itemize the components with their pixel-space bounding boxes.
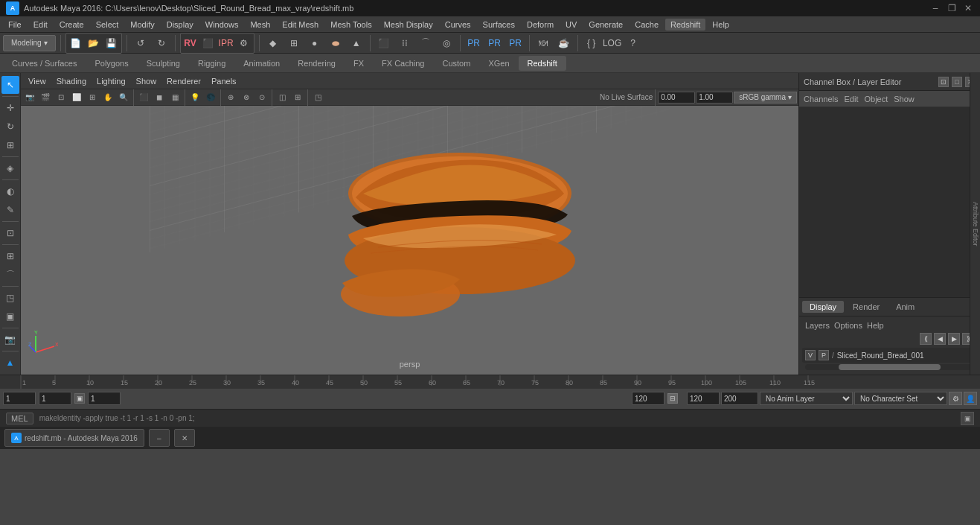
isolate-btn[interactable]: ◳	[1, 289, 19, 307]
poly-icon[interactable]: ◆	[264, 34, 282, 52]
tab-fx[interactable]: FX	[345, 56, 373, 71]
tab-fx-caching[interactable]: FX Caching	[373, 56, 433, 71]
restore-button[interactable]: ❐	[946, 2, 958, 14]
menu-curves[interactable]: Curves	[440, 19, 476, 31]
render-region-btn[interactable]: ▣	[1, 308, 19, 325]
char-set-select[interactable]: No Character Set	[854, 392, 947, 405]
tab-sculpting[interactable]: Sculpting	[138, 56, 189, 71]
minimize-button[interactable]: –	[929, 2, 941, 14]
render-tab[interactable]: Render	[845, 301, 887, 313]
pr-icon1[interactable]: PR	[465, 34, 483, 52]
close-button[interactable]: ✕	[962, 2, 974, 14]
scale-tool-btn[interactable]: ⊞	[1, 136, 19, 154]
render-all-icon[interactable]: ⬛	[199, 34, 217, 52]
layer-v-btn[interactable]: V	[805, 350, 816, 360]
frame-current-input[interactable]	[39, 392, 71, 405]
rotate-tool-btn[interactable]: ↻	[1, 118, 19, 136]
channels-label[interactable]: Channels	[804, 95, 838, 104]
vp-isolate2-icon[interactable]: ◳	[310, 91, 325, 104]
attribute-editor-label[interactable]: Attribute Editor	[970, 73, 980, 375]
color-profile-btn[interactable]: sRGB gamma ▾	[734, 92, 797, 104]
vp-pan-icon[interactable]: ✋	[100, 91, 115, 104]
vp-panels-menu[interactable]: Panels	[207, 75, 241, 87]
ipr-icon[interactable]: IPR	[217, 34, 235, 52]
taskbar-minimize-btn[interactable]: –	[149, 429, 170, 447]
taskbar-close-btn[interactable]: ✕	[174, 429, 195, 447]
workflow-dropdown-btn[interactable]: Modeling ▾	[3, 35, 56, 51]
snap-curve-btn[interactable]: ⌒	[1, 266, 19, 284]
float-btn[interactable]: ⊡	[938, 77, 949, 87]
cube-icon[interactable]: ⬛	[375, 34, 393, 52]
show-label[interactable]: Show	[894, 95, 915, 104]
render-settings-icon[interactable]: ⚙	[235, 34, 253, 52]
layers-btn[interactable]: Layers	[805, 321, 830, 330]
camera-btn[interactable]: 📷	[1, 331, 19, 349]
grid-icon[interactable]: ⊞	[285, 34, 303, 52]
save-file-icon[interactable]: 💾	[103, 34, 121, 52]
menu-modify[interactable]: Modify	[125, 19, 159, 31]
range-end-input[interactable]	[687, 392, 720, 405]
vp-joint-icon[interactable]: ⊗	[239, 91, 254, 104]
menu-display[interactable]: Display	[161, 19, 199, 31]
vp-shading-menu[interactable]: Shading	[52, 75, 91, 87]
menu-create[interactable]: Create	[54, 19, 89, 31]
channel-area[interactable]	[799, 107, 980, 297]
pr-icon3[interactable]: PR	[507, 34, 525, 52]
multi-icon[interactable]: ⁞⁞	[396, 34, 414, 52]
menu-deform[interactable]: Deform	[522, 19, 559, 31]
status-icon[interactable]: ▣	[961, 412, 974, 425]
tab-polygons[interactable]: Polygons	[86, 56, 137, 71]
vp-film-icon[interactable]: 🎬	[38, 91, 53, 104]
anim-layer-select[interactable]: No Anim Layer	[760, 392, 853, 405]
vp-hud-icon[interactable]: ◫	[275, 91, 289, 104]
snap-grid-btn[interactable]: ⊞	[1, 247, 19, 265]
menu-surfaces[interactable]: Surfaces	[478, 19, 520, 31]
log-icon[interactable]: LOG	[603, 34, 621, 52]
vp-handle-icon[interactable]: ⊙	[254, 91, 269, 104]
menu-mesh-display[interactable]: Mesh Display	[379, 19, 438, 31]
render-view-icon[interactable]: RV	[182, 34, 199, 52]
menu-mesh[interactable]: Mesh	[245, 19, 275, 31]
vp-wire-icon[interactable]: ⬛	[136, 91, 151, 104]
max-btn[interactable]: □	[952, 77, 962, 87]
vp-lighting-menu[interactable]: Lighting	[92, 75, 130, 87]
tab-custom[interactable]: Custom	[434, 56, 480, 71]
char-set-btn[interactable]: 👤	[964, 392, 977, 405]
vp-grid2-icon[interactable]: ⊞	[85, 91, 100, 104]
menu-file[interactable]: File	[3, 19, 27, 31]
tab-animation[interactable]: Animation	[234, 56, 289, 71]
preferences-btn[interactable]: ⚙	[949, 392, 962, 405]
redo-icon[interactable]: ↻	[153, 34, 170, 52]
vp-zoom-icon[interactable]: 🔍	[116, 91, 131, 104]
menu-redshift[interactable]: Redshift	[665, 19, 705, 31]
frame-start-input[interactable]	[3, 392, 36, 405]
vp-show-menu[interactable]: Show	[132, 75, 161, 87]
last-tool-btn[interactable]: ◈	[1, 159, 19, 177]
viewport-3d[interactable]: persp X Y Z	[21, 106, 798, 375]
vp-renderer-menu[interactable]: Renderer	[162, 75, 205, 87]
vp-smooth-icon[interactable]: ◼	[152, 91, 167, 104]
tab-curves-surfaces[interactable]: Curves / Surfaces	[3, 56, 86, 71]
soft-mod-btn[interactable]: ◐	[1, 182, 19, 200]
help-icon[interactable]: ?	[624, 34, 642, 52]
frame-color-swatch[interactable]: ▣	[74, 393, 85, 404]
open-file-icon[interactable]: 📂	[85, 34, 103, 52]
menu-generate[interactable]: Generate	[583, 19, 628, 31]
layer-nav-left-left[interactable]: ⟪	[920, 333, 932, 345]
cone-icon[interactable]: ▲	[348, 34, 365, 52]
menu-edit[interactable]: Edit	[28, 19, 53, 31]
torus-icon[interactable]: ◎	[438, 34, 455, 52]
new-file-icon[interactable]: 📄	[67, 34, 85, 52]
vp-xray-icon[interactable]: ⊕	[223, 91, 238, 104]
object-label[interactable]: Object	[864, 95, 888, 104]
vp-cam2-icon[interactable]: ⊞	[290, 91, 305, 104]
menu-mesh-tools[interactable]: Mesh Tools	[325, 19, 377, 31]
show-manip-btn[interactable]: ⊡	[1, 224, 19, 242]
range-max-input[interactable]	[721, 392, 758, 405]
layer-nav-left[interactable]: ◀	[934, 333, 946, 345]
display-tab[interactable]: Display	[802, 301, 844, 313]
tab-redshift[interactable]: Redshift	[519, 56, 566, 71]
move-tool-btn[interactable]: ✛	[1, 99, 19, 117]
language-indicator[interactable]: MEL	[6, 413, 33, 424]
vp-view-menu[interactable]: View	[24, 75, 51, 87]
